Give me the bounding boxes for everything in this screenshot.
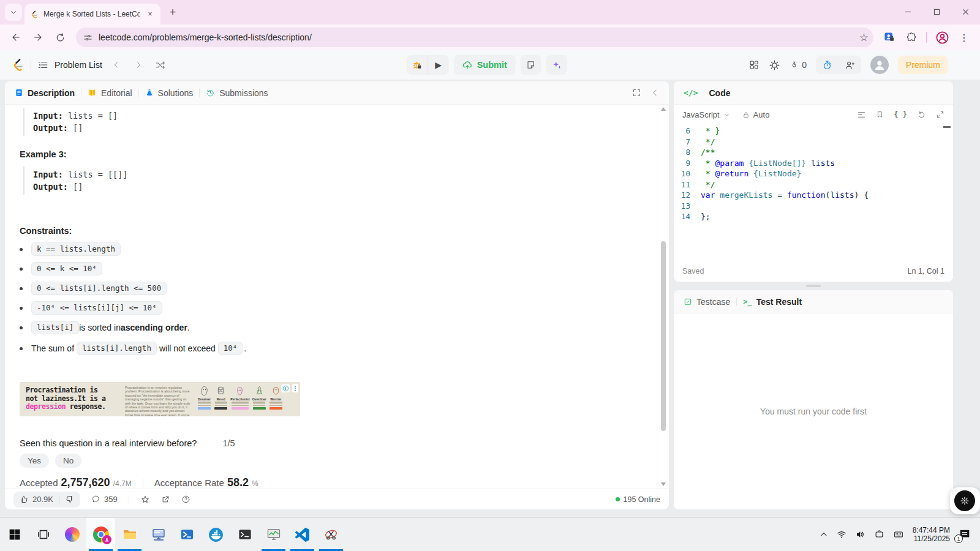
scroll-down-arrow[interactable] [661, 482, 666, 486]
extensions-puzzle-icon[interactable] [902, 28, 921, 47]
run-button[interactable]: ▶ [428, 55, 449, 75]
forward-button[interactable] [28, 28, 48, 47]
editor-toolbar: JavaScript Auto { } [674, 105, 953, 124]
share-button[interactable] [161, 495, 170, 504]
random-question-icon[interactable] [153, 57, 168, 73]
taskbar-terminal-button[interactable] [230, 518, 259, 551]
problem-list-icon[interactable] [37, 59, 48, 70]
ad-body-text: Procrastination is an emotion regulation… [124, 382, 196, 416]
ad-menu-icon[interactable] [292, 384, 298, 392]
problem-list-label[interactable]: Problem List [55, 60, 102, 70]
tab-description[interactable]: Description [15, 88, 75, 98]
tab-editorial[interactable]: Editorial [88, 88, 132, 98]
favorite-star-button[interactable] [140, 495, 150, 504]
browser-tab[interactable]: Merge k Sorted Lists - LeetCode × [24, 4, 160, 24]
notes-button[interactable] [521, 55, 541, 75]
tab-solutions[interactable]: Solutions [145, 88, 194, 98]
assistant-sparkle-icon[interactable] [954, 490, 975, 511]
floating-assistant-widget[interactable] [950, 487, 980, 514]
tab-search-button[interactable] [5, 4, 22, 21]
taskbar-remote-desktop-button[interactable] [144, 518, 173, 551]
url-text[interactable]: leetcode.com/problems/merge-k-sorted-lis… [99, 32, 853, 42]
survey-progress: 1/5 [222, 438, 235, 448]
task-view-button[interactable] [29, 518, 58, 551]
tab-test-result[interactable]: >_ Test Result [743, 297, 802, 307]
url-bar[interactable]: leetcode.com/problems/merge-k-sorted-lis… [76, 28, 873, 47]
debug-button[interactable] [407, 55, 428, 75]
browser-menu-kebab-icon[interactable]: ⋮ [954, 28, 974, 47]
code-editor[interactable]: 6 * } 7 */ 8/** 9 * @param {ListNode[]} … [674, 124, 953, 261]
scroll-up-arrow[interactable] [661, 107, 666, 111]
collapse-panel-icon[interactable] [651, 89, 659, 97]
leetcode-logo[interactable] [11, 58, 24, 72]
panel-resize-gutter[interactable] [674, 282, 953, 290]
new-tab-button[interactable]: + [164, 4, 181, 21]
code-panel: </> Code JavaScript Auto { } [674, 81, 953, 282]
tab-testcase[interactable]: Testcase [684, 297, 730, 307]
problem-stats: Accepted 2,757,620 /4.7M Acceptance Rate… [20, 476, 644, 489]
notification-center-button[interactable]: 1 [958, 528, 973, 541]
taskbar-docker-button[interactable] [202, 518, 230, 551]
taskbar-clock[interactable]: 8:47:44 PM 11/25/2025 [913, 526, 950, 543]
password-manager-extension-icon[interactable] [880, 28, 899, 47]
submit-button[interactable]: Submit [454, 55, 516, 75]
prev-question-button[interactable] [108, 57, 124, 73]
layout-icon[interactable] [748, 59, 760, 70]
editor-scrollbar-mark[interactable] [943, 126, 951, 128]
description-scrollbar[interactable] [660, 106, 666, 487]
language-selector[interactable]: JavaScript [682, 110, 720, 119]
next-question-button[interactable] [130, 57, 146, 73]
reset-code-icon[interactable] [917, 110, 926, 119]
maximize-button[interactable] [922, 0, 951, 23]
wifi-icon[interactable] [836, 530, 847, 539]
timer-button[interactable] [816, 56, 839, 74]
copilot-button[interactable] [58, 518, 86, 551]
copilot-icon [65, 527, 80, 542]
scrollbar-thumb[interactable] [661, 241, 666, 431]
auto-save-label[interactable]: Auto [753, 110, 770, 119]
volume-icon[interactable] [855, 530, 866, 539]
minimize-button[interactable] [894, 0, 922, 23]
cursor-position[interactable]: Ln 1, Col 1 [908, 267, 944, 276]
bookmark-icon[interactable] [876, 110, 884, 119]
taskbar-powershell-button[interactable] [173, 518, 202, 551]
reload-button[interactable] [50, 28, 70, 47]
format-code-icon[interactable] [857, 110, 866, 119]
feedback-help-button[interactable] [181, 495, 190, 504]
bookmark-star-icon[interactable]: ☆ [859, 31, 869, 44]
tab-submissions[interactable]: Submissions [206, 88, 268, 98]
settings-gear-icon[interactable] [769, 59, 780, 71]
profile-avatar[interactable] [932, 28, 952, 47]
taskbar-vscode-button[interactable] [288, 518, 317, 551]
taskbar-resource-monitor-button[interactable] [259, 518, 288, 551]
tray-expand-icon[interactable] [820, 530, 828, 539]
survey-no-button[interactable]: No [55, 454, 81, 468]
taskbar-chrome-button[interactable] [86, 518, 115, 551]
collaborate-button[interactable] [839, 56, 861, 74]
site-settings-icon[interactable] [83, 33, 92, 42]
back-button[interactable] [6, 28, 26, 47]
tab-close-icon[interactable]: × [145, 9, 156, 20]
streak-counter[interactable]: 0 [790, 60, 807, 70]
display-cast-icon[interactable] [874, 530, 884, 539]
taskbar-snipping-tool-button[interactable] [317, 518, 345, 551]
touch-keyboard-icon[interactable] [892, 530, 905, 539]
dislike-button[interactable] [65, 495, 74, 504]
start-button[interactable] [0, 518, 29, 551]
user-avatar[interactable] [870, 56, 889, 74]
expand-editor-icon[interactable] [936, 110, 944, 119]
ad-banner[interactable]: Procrastination is not laziness.It is a … [20, 382, 300, 416]
comments-button[interactable]: 359 [91, 495, 118, 504]
taskbar-file-explorer-button[interactable] [115, 518, 144, 551]
resize-handle[interactable] [806, 285, 821, 287]
run-submit-group: ▶ Submit [407, 55, 567, 75]
close-button[interactable] [951, 0, 980, 23]
nav-right-group: 0 Premium [748, 56, 948, 74]
ad-info-icon[interactable] [281, 384, 290, 392]
ai-assistant-button[interactable] [546, 55, 567, 75]
survey-yes-button[interactable]: Yes [20, 454, 49, 468]
snippets-icon[interactable]: { } [894, 110, 907, 119]
fullscreen-icon[interactable] [632, 88, 641, 97]
like-button[interactable]: 20.9K [20, 495, 53, 504]
premium-button[interactable]: Premium [898, 56, 948, 74]
